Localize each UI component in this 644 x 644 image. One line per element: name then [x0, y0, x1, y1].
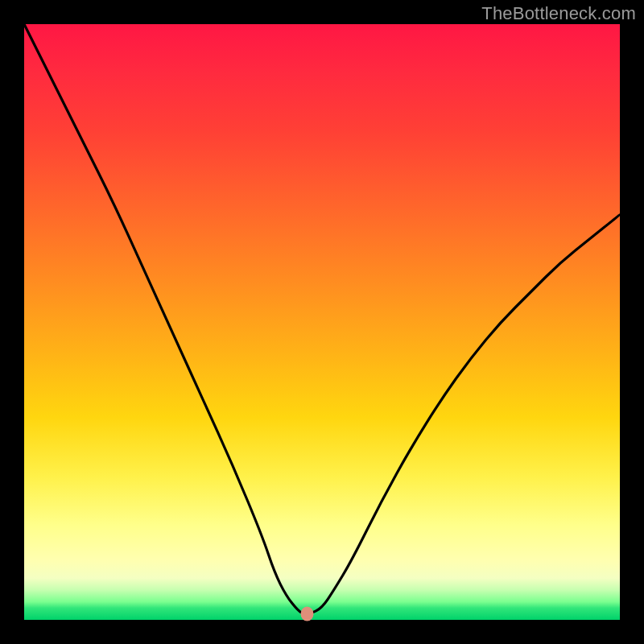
bottleneck-curve: [24, 24, 620, 614]
chart-frame: TheBottleneck.com: [0, 0, 644, 644]
attribution-label: TheBottleneck.com: [481, 3, 636, 24]
optimal-point-marker: [301, 607, 314, 621]
curve-svg: [24, 24, 620, 620]
plot-area: [24, 24, 620, 620]
